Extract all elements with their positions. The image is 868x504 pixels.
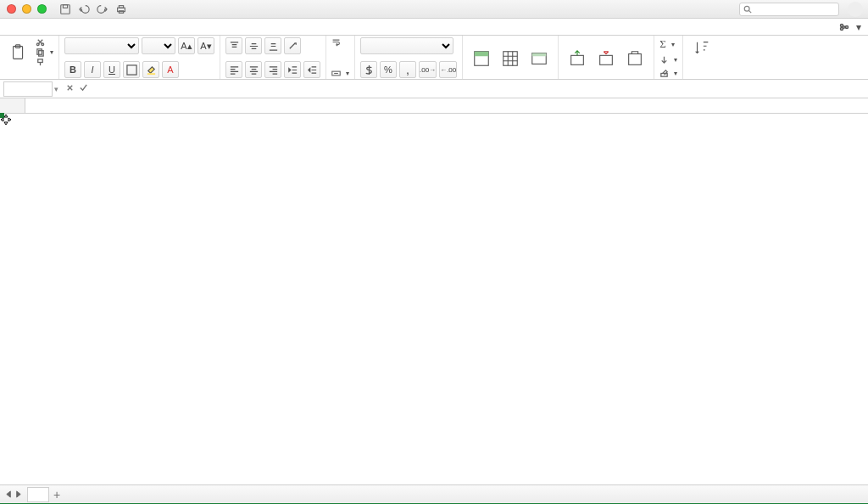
sheet-nav-prev[interactable] bbox=[5, 490, 13, 500]
share-button[interactable]: ▾ bbox=[839, 19, 861, 35]
svg-rect-1 bbox=[63, 4, 67, 8]
name-box[interactable] bbox=[3, 81, 53, 97]
wrap-text-button[interactable] bbox=[331, 37, 349, 47]
svg-rect-17 bbox=[147, 73, 154, 75]
undo-icon[interactable] bbox=[77, 3, 91, 16]
merge-center-button[interactable]: ▾ bbox=[331, 69, 349, 78]
print-icon[interactable] bbox=[114, 3, 128, 16]
underline-button[interactable]: U bbox=[103, 61, 120, 78]
delete-cells-button[interactable] bbox=[593, 48, 620, 69]
svg-rect-25 bbox=[600, 55, 613, 64]
copy-button[interactable]: ▾ bbox=[36, 48, 53, 57]
borders-button[interactable] bbox=[123, 61, 140, 78]
fill-button[interactable]: ▾ bbox=[659, 55, 677, 64]
bold-button[interactable]: B bbox=[64, 61, 81, 78]
number-format-select[interactable] bbox=[360, 37, 453, 54]
confirm-formula-icon[interactable] bbox=[79, 83, 88, 94]
align-bottom-button[interactable] bbox=[264, 37, 281, 54]
align-center-button[interactable] bbox=[245, 61, 262, 78]
fill-color-button[interactable] bbox=[142, 61, 159, 78]
decrease-indent-button[interactable] bbox=[284, 61, 301, 78]
svg-rect-0 bbox=[61, 4, 70, 14]
sheet-nav-next[interactable] bbox=[14, 490, 22, 500]
window-maximize-button[interactable] bbox=[37, 4, 47, 14]
decrease-font-button[interactable]: A▾ bbox=[198, 37, 214, 54]
orientation-button[interactable] bbox=[284, 37, 301, 54]
align-middle-button[interactable] bbox=[245, 37, 262, 54]
redo-icon[interactable] bbox=[96, 3, 109, 16]
svg-rect-14 bbox=[39, 51, 44, 56]
svg-rect-24 bbox=[571, 55, 584, 64]
increase-decimal-button[interactable]: .00→ bbox=[419, 61, 437, 78]
search-sheet-input[interactable] bbox=[754, 4, 835, 14]
increase-indent-button[interactable] bbox=[303, 61, 320, 78]
font-size-select[interactable] bbox=[142, 37, 175, 54]
svg-rect-3 bbox=[119, 5, 123, 8]
font-color-button[interactable]: A bbox=[162, 61, 179, 78]
select-all-corner[interactable] bbox=[0, 98, 25, 113]
move-cursor-icon bbox=[0, 114, 12, 126]
window-minimize-button[interactable] bbox=[22, 4, 31, 14]
svg-rect-20 bbox=[475, 51, 489, 56]
svg-rect-13 bbox=[37, 49, 42, 54]
align-right-button[interactable] bbox=[264, 61, 281, 78]
svg-rect-23 bbox=[532, 53, 547, 56]
autosum-button[interactable]: Σ▾ bbox=[659, 37, 677, 51]
clear-button[interactable]: ▾ bbox=[659, 69, 677, 78]
comma-button[interactable]: , bbox=[399, 61, 416, 78]
font-name-select[interactable] bbox=[64, 37, 139, 54]
window-close-button[interactable] bbox=[7, 4, 16, 14]
format-cells-button[interactable] bbox=[621, 48, 648, 69]
add-sheet-button[interactable]: + bbox=[49, 487, 64, 502]
currency-button[interactable] bbox=[360, 61, 377, 78]
decrease-decimal-button[interactable]: ←.00 bbox=[439, 61, 457, 78]
cut-button[interactable] bbox=[36, 37, 53, 47]
align-left-button[interactable] bbox=[225, 61, 242, 78]
percent-button[interactable]: % bbox=[380, 61, 397, 78]
svg-point-5 bbox=[744, 6, 749, 11]
save-icon[interactable] bbox=[58, 3, 72, 16]
format-painter-button[interactable] bbox=[36, 58, 53, 67]
cancel-formula-icon[interactable] bbox=[65, 83, 75, 94]
sheet-tab-active[interactable] bbox=[27, 487, 49, 502]
search-sheet-field[interactable] bbox=[739, 3, 839, 16]
insert-cells-button[interactable] bbox=[564, 48, 591, 69]
italic-button[interactable]: I bbox=[84, 61, 101, 78]
conditional-formatting-button[interactable] bbox=[468, 48, 495, 69]
sort-filter-button[interactable] bbox=[688, 37, 715, 59]
svg-rect-16 bbox=[126, 64, 136, 74]
increase-font-button[interactable]: A▴ bbox=[178, 37, 195, 54]
search-icon bbox=[743, 5, 752, 14]
paste-button[interactable] bbox=[5, 37, 32, 67]
svg-rect-21 bbox=[504, 51, 518, 65]
format-as-table-button[interactable] bbox=[497, 48, 524, 69]
cell-styles-button[interactable] bbox=[526, 48, 553, 69]
help-icon[interactable] bbox=[848, 2, 863, 17]
svg-rect-26 bbox=[629, 53, 642, 64]
svg-rect-15 bbox=[38, 59, 43, 63]
align-top-button[interactable] bbox=[225, 37, 242, 54]
